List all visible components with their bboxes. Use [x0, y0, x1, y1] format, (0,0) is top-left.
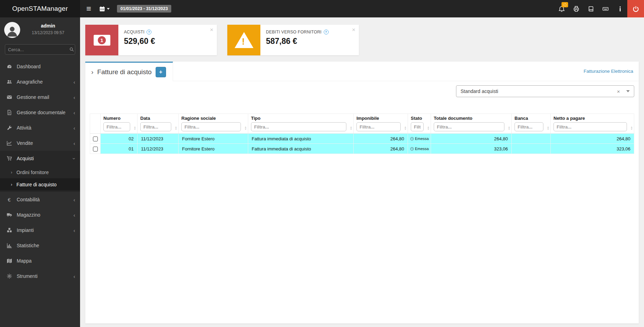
sort-icon[interactable]: [508, 126, 510, 130]
logout-button[interactable]: [627, 0, 644, 17]
row-checkbox[interactable]: [93, 137, 98, 141]
card-icon-block: [227, 25, 260, 55]
column-label: Tipo: [251, 116, 351, 121]
sidebar-item-attivita[interactable]: Attività: [0, 120, 80, 135]
info-button[interactable]: [613, 0, 627, 17]
sidebar-item-label: Contabilità: [17, 197, 40, 202]
cell-banca: [512, 134, 551, 144]
filter-input-imponibile[interactable]: [356, 122, 401, 131]
sort-icon[interactable]: [427, 126, 430, 130]
chevron-right-icon: [11, 170, 12, 175]
sidebar-subitem-ordini-fornitore[interactable]: Ordini fornitore: [0, 166, 80, 178]
chevron-down-icon[interactable]: [626, 90, 630, 92]
filter-input-totale-documento[interactable]: [434, 122, 504, 131]
top-bar: OpenSTAManager 01/01/2023 - 31/12/2023: [0, 0, 644, 17]
column-label: Netto a pagare: [553, 116, 631, 121]
sort-icon[interactable]: [630, 126, 633, 130]
row-checkbox[interactable]: [93, 147, 98, 151]
filter-input-stato[interactable]: [411, 122, 424, 131]
sidebar-item-vendite[interactable]: Vendite: [0, 135, 80, 151]
sidebar-item-anagrafiche[interactable]: Anagrafiche: [0, 74, 80, 89]
notifications-button[interactable]: [554, 0, 569, 17]
envelope-icon: [6, 94, 13, 100]
card-acquisti: ACQUISTI 529,60 €: [85, 25, 217, 55]
clear-icon[interactable]: [617, 88, 620, 94]
sidebar-item-label: Strumenti: [17, 273, 38, 279]
column-header-netto-a-pagare: Netto a pagare: [551, 114, 634, 134]
sidebar-item-dashboard[interactable]: Dashboard: [0, 59, 80, 74]
sidebar-menu: Dashboard Anagrafiche Gestione email Ges…: [0, 59, 80, 284]
top-nav: 01/01/2023 - 31/12/2023: [80, 0, 644, 17]
manual-button[interactable]: [583, 0, 598, 17]
sidebar-item-statistiche[interactable]: Statistiche: [0, 238, 80, 253]
close-icon[interactable]: [352, 26, 355, 33]
sidebar-item-strumenti[interactable]: Strumenti: [0, 268, 80, 284]
table-row[interactable]: 01 11/12/2023 Fornitore Estero Fattura i…: [90, 144, 634, 154]
cell-stato: Emessa: [408, 134, 431, 144]
sort-icon[interactable]: [404, 126, 407, 130]
chevron-down-icon: [72, 158, 77, 159]
sort-icon[interactable]: [350, 126, 352, 130]
status-text: Emessa: [415, 137, 429, 141]
cell-ragione-sociale: Fornitore Estero: [179, 134, 248, 144]
sidebar-item-impianti[interactable]: Impianti: [0, 223, 80, 238]
column-label: Numero: [103, 116, 134, 121]
sidebar-subitem-fatture-di-acquisto[interactable]: Fatture di acquisto: [0, 178, 80, 190]
table-row[interactable]: 02 11/12/2023 Fornitore Estero Fattura i…: [90, 134, 634, 144]
date-range-badge[interactable]: 01/01/2023 - 31/12/2023: [117, 5, 171, 13]
sort-icon[interactable]: [244, 126, 247, 130]
filter-preset-select[interactable]: Standard acquisti: [456, 85, 634, 97]
sort-icon[interactable]: [134, 126, 136, 130]
sidebar-item-magazzino[interactable]: Magazzino: [0, 207, 80, 223]
cell-data: 11/12/2023: [138, 144, 179, 154]
card-value: 587,86 €: [266, 37, 353, 46]
cell-select: [90, 144, 101, 154]
main-content: ACQUISTI 529,60 € DEBITI VERSO FORNITORI…: [80, 17, 644, 324]
column-label: Imponibile: [356, 116, 405, 121]
warning-triangle-icon: [235, 32, 253, 48]
filter-input-data[interactable]: [140, 122, 171, 131]
chevron-left-icon: [73, 141, 75, 146]
filter-input-netto-a-pagare[interactable]: [553, 122, 627, 131]
chevron-left-icon: [73, 197, 75, 202]
shortcuts-button[interactable]: [598, 0, 613, 17]
sidebar-group-acquisti: Acquisti Ordini fornitore Fatture di acq…: [0, 151, 80, 192]
calendar-button[interactable]: [96, 0, 113, 17]
column-header-banca: Banca: [512, 114, 551, 134]
close-icon[interactable]: [210, 26, 213, 33]
add-invoice-button[interactable]: +: [156, 67, 166, 77]
cell-tipo: Fattura immediata di acquisto: [248, 144, 354, 154]
filter-input-ragione-sociale[interactable]: [181, 122, 241, 131]
search-icon[interactable]: [69, 47, 74, 52]
printer-icon: [573, 6, 580, 12]
selected-filter-value: Standard acquisti: [461, 88, 617, 94]
filter-input-banca[interactable]: [515, 122, 543, 131]
column-header-data: Data: [138, 114, 179, 134]
cell-banca: [512, 144, 551, 154]
sidebar-item-gestione-email[interactable]: Gestione email: [0, 89, 80, 105]
help-icon[interactable]: [147, 30, 151, 34]
hamburger-menu-button[interactable]: [81, 0, 96, 17]
column-header-imponibile: Imponibile: [354, 114, 408, 134]
sidebar-item-contabilita[interactable]: € Contabilità: [0, 192, 80, 207]
notification-badge: [561, 2, 568, 7]
fatturazione-elettronica-link[interactable]: Fatturazione Elettronica: [583, 69, 633, 74]
sidebar-item-acquisti[interactable]: Acquisti: [0, 151, 80, 166]
chevron-left-icon: [73, 110, 75, 115]
stats-cards-row: ACQUISTI 529,60 € DEBITI VERSO FORNITORI…: [85, 25, 639, 55]
filter-input-numero[interactable]: [103, 122, 130, 131]
filter-input-tipo[interactable]: [251, 122, 346, 131]
avatar: [4, 22, 20, 38]
tab-fatture-di-acquisto[interactable]: Fatture di acquisto +: [85, 62, 173, 81]
sidebar-item-gestione-documentale[interactable]: Gestione documentale: [0, 105, 80, 120]
help-icon[interactable]: [324, 30, 329, 34]
sidebar-item-mappa[interactable]: Mappa: [0, 253, 80, 268]
search-input[interactable]: [8, 47, 69, 52]
sort-icon[interactable]: [175, 126, 177, 130]
print-button[interactable]: [569, 0, 583, 17]
app-logo[interactable]: OpenSTAManager: [0, 0, 80, 17]
sort-icon[interactable]: [547, 126, 549, 130]
cell-netto-a-pagare: 264,80: [551, 134, 634, 144]
cell-stato: Emessa: [408, 144, 431, 154]
chevron-left-icon: [73, 125, 75, 131]
